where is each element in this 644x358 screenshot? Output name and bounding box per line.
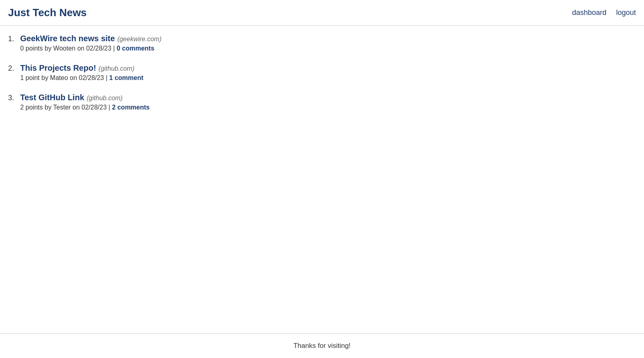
news-list: 1. GeekWire tech news site (geekwire.com… — [8, 34, 636, 111]
item-title-link[interactable]: This Projects Repo! — [20, 63, 96, 73]
item-number: 2. — [8, 64, 18, 73]
item-meta: 0 points by Wooten on 02/28/23 | 0 comme… — [8, 45, 636, 52]
item-comments-link[interactable]: 1 comment — [109, 74, 143, 81]
item-title-row: 1. GeekWire tech news site (geekwire.com… — [8, 34, 636, 43]
item-title-link[interactable]: GeekWire tech news site — [20, 34, 115, 43]
main-content: 1. GeekWire tech news site (geekwire.com… — [0, 26, 644, 333]
site-footer: Thanks for visiting! — [0, 333, 644, 358]
header-nav: dashboard logout — [572, 8, 636, 17]
item-title-row: 2. This Projects Repo! (github.com) — [8, 63, 636, 73]
item-domain: (geekwire.com) — [117, 36, 161, 43]
item-title-row: 3. Test GitHub Link (github.com) — [8, 93, 636, 102]
site-header: Just Tech News dashboard logout — [0, 0, 644, 26]
footer-text: Thanks for visiting! — [293, 342, 351, 350]
item-number: 3. — [8, 94, 18, 102]
list-item: 1. GeekWire tech news site (geekwire.com… — [8, 34, 636, 52]
item-comments-link[interactable]: 0 comments — [117, 45, 154, 52]
item-number: 1. — [8, 35, 18, 43]
item-meta: 1 point by Mateo on 02/28/23 | 1 comment — [8, 74, 636, 82]
item-comments-link[interactable]: 2 comments — [112, 104, 149, 111]
item-meta: 2 points by Tester on 02/28/23 | 2 comme… — [8, 104, 636, 111]
list-item: 2. This Projects Repo! (github.com) 1 po… — [8, 63, 636, 82]
item-title-link[interactable]: Test GitHub Link — [20, 93, 84, 102]
list-item: 3. Test GitHub Link (github.com) 2 point… — [8, 93, 636, 111]
item-domain: (github.com) — [99, 65, 135, 72]
logout-link[interactable]: logout — [616, 8, 636, 17]
site-title[interactable]: Just Tech News — [8, 6, 87, 19]
item-domain: (github.com) — [87, 95, 123, 102]
dashboard-link[interactable]: dashboard — [572, 8, 606, 17]
